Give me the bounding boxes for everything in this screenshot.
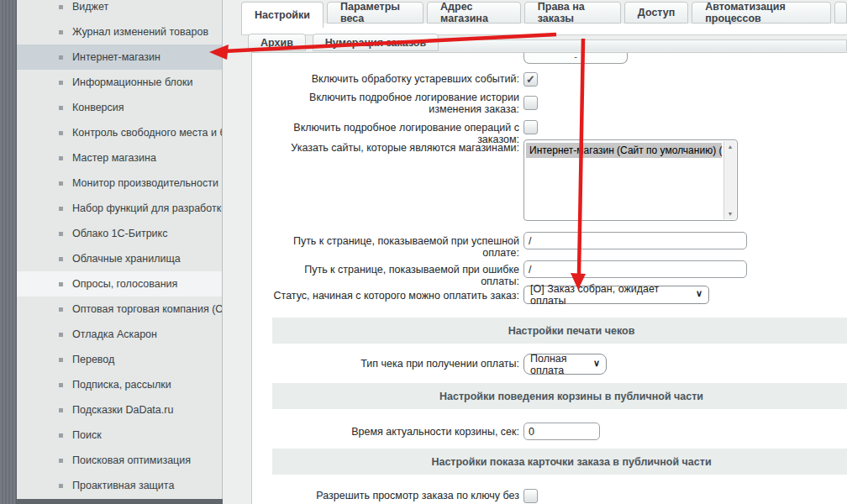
- bullet-icon: [59, 282, 63, 286]
- sidebar-item-label: Облако 1С-Битрикс: [72, 228, 167, 239]
- bullet-icon: [59, 131, 63, 135]
- sidebar-item-conversion[interactable]: Конверсия: [17, 95, 223, 120]
- tab-process-automation[interactable]: Автоматизация процессов: [692, 2, 831, 24]
- secondary-tab-strip: [421, 39, 847, 51]
- sidebar-item-widget[interactable]: Виджет: [17, 0, 223, 19]
- scroll-up-icon[interactable]: ▲: [724, 144, 736, 150]
- order-history-log-checkbox[interactable]: [523, 96, 538, 110]
- sidebar-item-translation[interactable]: Перевод: [17, 347, 223, 372]
- sidebar-item-label: Мастер магазина: [72, 152, 156, 164]
- bullet-icon: [59, 181, 63, 186]
- sidebar-item-label: Отладка Аскарон: [72, 328, 157, 340]
- tab-store-address[interactable]: Адрес магазина: [427, 2, 521, 24]
- sidebar-item-label: Монитор производительности: [72, 177, 218, 189]
- sidebar-item-proactive-protection[interactable]: Проактивная защита: [17, 473, 223, 498]
- listbox-scrollbar[interactable]: ▲ ▼: [723, 141, 736, 219]
- bullet-icon: [59, 207, 63, 211]
- sidebar-item-label: Информационные блоки: [72, 76, 192, 88]
- left-dock-strip: [0, 0, 17, 504]
- tab-label: Нумерация заказов: [325, 37, 426, 49]
- tab-archive[interactable]: Архив: [248, 34, 306, 51]
- tab-settings[interactable]: Настройки: [241, 2, 324, 28]
- bullet-icon: [59, 55, 63, 60]
- field-label: Путь к странице, показываемой при ошибке…: [267, 264, 519, 287]
- primary-tab-bar: Настройки Параметры веса Адрес магазина …: [241, 2, 847, 28]
- tab-order-numbering[interactable]: Нумерация заказов: [313, 34, 439, 51]
- bullet-icon: [59, 106, 63, 110]
- sidebar-item-product-changelog[interactable]: Журнал изменений товаров: [17, 19, 223, 45]
- field-label: Включить подробное логирование истории и…: [267, 92, 519, 115]
- listbox-option-selected[interactable]: Интернет-магазин (Сайт по умолчанию) (s1…: [526, 143, 722, 158]
- tab-label: Настройки: [255, 9, 310, 21]
- tab-label: Архив: [260, 37, 293, 49]
- sidebar-item-label: Контроль свободного места и бекапов: [72, 127, 223, 139]
- success-path-input[interactable]: [523, 232, 747, 249]
- tab-order-permissions[interactable]: Права на заказы: [524, 2, 621, 24]
- bullet-icon: [59, 30, 63, 34]
- bullet-icon: [59, 408, 63, 412]
- sidebar-item-performance-monitor[interactable]: Монитор производительности: [17, 171, 223, 196]
- tab-access[interactable]: Доступ: [624, 2, 688, 24]
- basket-ttl-input[interactable]: [523, 423, 600, 440]
- sidebar-item-search[interactable]: Поиск: [17, 423, 223, 448]
- tab-label: Адрес магазина: [440, 1, 508, 24]
- select-value: Полная оплата: [530, 353, 587, 376]
- allow-pay-status-select[interactable]: [O] Заказ собран, ожидает оплаты ∨: [523, 286, 709, 304]
- field-label: Тип чека при получении оплаты:: [267, 358, 519, 370]
- sidebar-menu: Виджет Журнал изменений товаров Интернет…: [17, 0, 223, 499]
- clipped-field[interactable]: -: [523, 53, 628, 64]
- sidebar-item-cloud-storage[interactable]: Облачные хранилища: [17, 246, 223, 271]
- sidebar-item-optpro[interactable]: Оптовая торговая компания (OptPRO): [17, 297, 223, 322]
- tab-clipped[interactable]: [834, 2, 847, 24]
- sidebar-bottom-bar: [17, 499, 223, 504]
- section-header-checks: Настройки печати чеков: [272, 318, 847, 344]
- sidebar-item-label: Поисковая оптимизация: [72, 454, 191, 466]
- secondary-tab-bar: Архив Нумерация заказов: [248, 34, 439, 51]
- tab-label: Права на заказы: [538, 1, 608, 24]
- tab-weight-parameters[interactable]: Параметры веса: [327, 2, 424, 24]
- sidebar-item-bitrix-cloud[interactable]: Облако 1С-Битрикс: [17, 221, 223, 246]
- settings-form: - Включить обработку устаревших событий:…: [251, 52, 847, 504]
- sidebar-item-label: Конверсия: [72, 102, 124, 113]
- bullet-icon: [59, 307, 63, 312]
- field-label: Статус, начиная с которого можно оплатит…: [267, 290, 519, 302]
- view-by-key-checkbox[interactable]: [523, 489, 538, 503]
- section-header-basket: Настройки поведения корзины в публичной …: [272, 383, 847, 409]
- field-label: Разрешить просмотр заказа по ключу без а…: [267, 490, 519, 504]
- shop-sites-listbox[interactable]: Интернет-магазин (Сайт по умолчанию) (s1…: [523, 139, 738, 221]
- fail-path-input[interactable]: [523, 260, 747, 278]
- bullet-icon: [59, 433, 63, 438]
- sidebar-item-label: Интернет-магазин: [72, 51, 160, 63]
- sidebar-item-disk-space-control[interactable]: Контроль свободного места и бекапов: [17, 120, 223, 145]
- check-type-select[interactable]: Полная оплата ∨: [523, 354, 607, 375]
- sidebar-item-label: Проактивная защита: [72, 480, 174, 491]
- bitrix-admin-page: Виджет Журнал изменений товаров Интернет…: [0, 0, 847, 504]
- sidebar-item-label: Набор функций для разработки: [72, 202, 223, 214]
- bullet-icon: [59, 484, 63, 488]
- sidebar-item-newsletters[interactable]: Подписка, рассылки: [17, 372, 223, 397]
- bullet-icon: [59, 333, 63, 337]
- bullet-icon: [59, 232, 63, 236]
- scroll-down-icon[interactable]: ▼: [724, 211, 736, 217]
- sidebar-item-label: Виджет: [72, 1, 108, 13]
- bullet-icon: [59, 156, 63, 160]
- field-label: Путь к странице, показываемой при успешн…: [267, 235, 519, 259]
- sidebar-item-dadata[interactable]: Подсказки DaData.ru: [17, 397, 223, 423]
- sidebar-item-information-blocks[interactable]: Информационные блоки: [17, 70, 223, 95]
- legacy-events-checkbox[interactable]: [523, 72, 538, 87]
- sidebar-item-seo[interactable]: Поисковая оптимизация: [17, 448, 223, 473]
- sidebar-item-dev-functions[interactable]: Набор функций для разработки: [17, 196, 223, 221]
- chevron-down-icon: ∨: [593, 358, 600, 369]
- sidebar-item-store-wizard[interactable]: Мастер магазина: [17, 145, 223, 171]
- order-ops-log-checkbox[interactable]: [523, 120, 538, 134]
- sidebar-item-askaron-debug[interactable]: Отладка Аскарон: [17, 322, 223, 347]
- field-label: Включить обработку устаревших событий:: [267, 73, 519, 85]
- bullet-icon: [59, 459, 63, 463]
- tab-label: Параметры веса: [340, 1, 410, 24]
- tab-label: Автоматизация процессов: [705, 1, 818, 24]
- sidebar-item-label: Опросы, голосования: [72, 278, 177, 290]
- sidebar-item-online-store[interactable]: Интернет-магазин: [17, 45, 223, 70]
- sidebar-item-polls[interactable]: Опросы, голосования: [17, 271, 223, 297]
- section-header-order-card: Настройки показа карточки заказа в публи…: [272, 449, 847, 475]
- select-value: [O] Заказ собран, ожидает оплаты: [530, 283, 690, 307]
